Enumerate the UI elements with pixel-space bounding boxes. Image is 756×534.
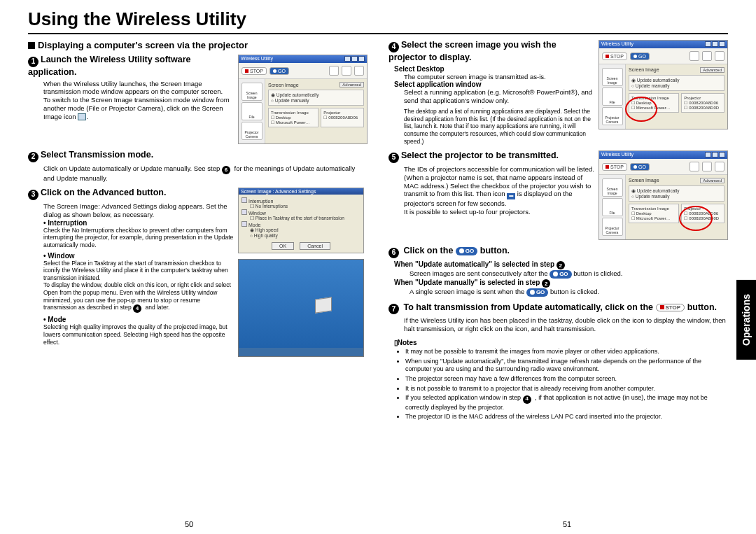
screen-image-label: Screen Image (268, 83, 299, 87)
wireless-utility-window-shot-1: Wireless Utility STOP GO Screen Image Fi… (238, 55, 368, 144)
step1-heading: 1Launch the Wireless Utility software ap… (28, 55, 234, 78)
step-ref-2-icon: 2 (542, 279, 550, 288)
advanced-button[interactable]: Advanced (340, 82, 364, 87)
toolbar-icon[interactable] (715, 162, 724, 171)
step-ref-2-icon: 2 (556, 261, 565, 269)
section-heading-text: Displaying a computer's screen via the p… (38, 40, 248, 50)
stop-button[interactable]: STOP (602, 163, 627, 171)
step4-number-icon: 4 (388, 42, 399, 52)
taskbar (239, 348, 363, 356)
interruption-label: Interruption (43, 219, 234, 227)
toolbar-icon[interactable] (690, 51, 699, 61)
desktop-check[interactable]: Desktop (631, 211, 676, 216)
toolbar-icon[interactable] (715, 51, 724, 61)
high-quality-radio[interactable]: High quality (250, 233, 360, 238)
window-buttons[interactable] (704, 152, 725, 158)
step7-body: If the Wireless Utility icon has been pl… (404, 316, 728, 333)
projector-item[interactable]: 0008200A8D06 (684, 100, 722, 105)
stop-button[interactable]: STOP (241, 67, 267, 75)
dialog-title: Screen Image : Advanced Settings (241, 189, 316, 194)
update-manual-radio[interactable]: Update manually (271, 98, 361, 103)
step-ref-6-icon: 6 (222, 166, 230, 174)
window-buttons[interactable] (704, 41, 725, 48)
step1-body2: To switch to the Screen Image transmissi… (43, 96, 234, 121)
mspower-check[interactable]: Microsoft Power… (631, 216, 676, 220)
toolbar-icon[interactable] (329, 66, 339, 76)
side-screen-image-icon[interactable]: Screen Image (241, 83, 262, 101)
side-camera-icon[interactable]: Projector Camera (602, 107, 623, 125)
go-button[interactable]: GO (630, 163, 650, 171)
select-desktop-body: The computer screen image is transmitted… (404, 73, 594, 81)
page-number-right: 51 (378, 520, 756, 528)
side-file-icon[interactable]: File (241, 102, 262, 120)
advanced-button[interactable]: Advanced (700, 178, 724, 183)
ok-button[interactable]: OK (272, 242, 294, 250)
step5-heading: 5Select the projector to be transmitted. (388, 150, 594, 163)
go-button[interactable]: GO (270, 67, 289, 75)
mspower-check[interactable]: Microsoft Power… (271, 120, 316, 125)
no-interruptions-check[interactable]: No Interruptions (250, 204, 360, 209)
highlight-circle-icon (625, 97, 657, 122)
toolbar-icon[interactable] (354, 66, 364, 76)
page-number-left: 50 (0, 520, 378, 528)
section-heading: Displaying a computer's screen via the p… (28, 40, 368, 50)
select-desktop-label: Select Desktop (394, 65, 594, 73)
toolbar-icon[interactable] (702, 51, 712, 61)
step5-body2: It is possible to select up-to four proj… (404, 208, 594, 216)
step-ref-4-icon: 4 (523, 395, 531, 404)
go-button-inline: GO (526, 288, 548, 297)
note-item: The projector screen may have a few diff… (405, 375, 728, 384)
projector-item[interactable]: 0008200A8D06 (323, 115, 361, 120)
update-auto-radio[interactable]: Update automatically (631, 78, 722, 83)
update-manual-radio[interactable]: Update manually (631, 194, 722, 199)
step1-body: When the Wireless Utility launches, the … (43, 80, 234, 97)
stop-button[interactable]: STOP (602, 52, 627, 60)
step3-heading: 3Click on the Advanced button. (28, 188, 234, 200)
square-bullet-icon (28, 42, 35, 49)
window-body: Select the Place in Tasktray at the star… (43, 260, 234, 282)
side-file-icon[interactable]: File (602, 198, 623, 216)
side-camera-icon[interactable]: Projector Camera (602, 218, 623, 236)
step4-fine: The desktop and a list of running applic… (404, 108, 594, 145)
go-button-inline: GO (456, 247, 477, 255)
projector-item[interactable]: 0008200A8D0D (684, 105, 722, 110)
side-screen-image-icon[interactable]: Screen Image (602, 68, 623, 86)
projector-badge-icon: ▬ (507, 193, 515, 199)
window-buttons[interactable] (344, 56, 365, 62)
update-manual-body: A single screen image is sent when the G… (410, 288, 728, 296)
window-label: Window (43, 252, 234, 260)
tray-projector-icon[interactable] (315, 297, 332, 314)
step7-heading: 7 To halt transmission from Update autom… (388, 302, 728, 315)
side-camera-icon[interactable]: Projector Camera (241, 122, 262, 140)
update-manual-radio[interactable]: Update manually (631, 83, 722, 88)
side-file-icon[interactable]: File (602, 87, 623, 106)
update-auto-radio[interactable]: Update automatically (631, 188, 722, 194)
toolbar-icon[interactable] (342, 66, 351, 76)
notes-heading: Notes (394, 339, 728, 346)
go-button-inline: GO (550, 270, 571, 279)
screen-image-icon (78, 113, 86, 120)
toolbar-icon[interactable] (702, 162, 712, 171)
cancel-button[interactable]: Cancel (300, 242, 330, 250)
note-item: The projector ID is the MAC address of t… (405, 413, 728, 421)
advanced-button[interactable]: Advanced (700, 67, 724, 73)
dlg-window-label: Window (241, 209, 360, 216)
right-column: 4Select the screen image you wish the pr… (388, 40, 728, 423)
step6-heading: 6 Click on the GO button. (388, 246, 728, 258)
wireless-utility-window-shot-3: Wireless Utility STOP GO Screen Image Fi… (598, 150, 728, 240)
wireless-utility-window-shot-2: Wireless Utility STOP GO Screen Image Fi… (598, 40, 728, 129)
select-appwin-body: Select a running application (e.g. Micro… (404, 88, 594, 105)
update-auto-radio[interactable]: Update automatically (271, 92, 361, 98)
page-title: Using the Wireless Utility (28, 8, 728, 34)
left-column: Displaying a computer's screen via the p… (28, 40, 368, 423)
step-ref-4-icon: 4 (133, 304, 141, 313)
side-screen-image-icon[interactable]: Screen Image (602, 178, 623, 197)
toolbar-icon[interactable] (690, 162, 699, 171)
note-item: It is not possible to transmit to a proj… (405, 385, 728, 393)
high-speed-radio[interactable]: High speed (250, 227, 360, 233)
step3-body: The Screen Image: Advanced Settings dial… (43, 202, 234, 219)
place-tasktray-check[interactable]: Place in Tasktray at the start of transm… (250, 216, 360, 221)
mode-label: Mode (43, 316, 234, 323)
go-button[interactable]: GO (630, 52, 650, 60)
desktop-check[interactable]: Desktop (271, 115, 316, 120)
